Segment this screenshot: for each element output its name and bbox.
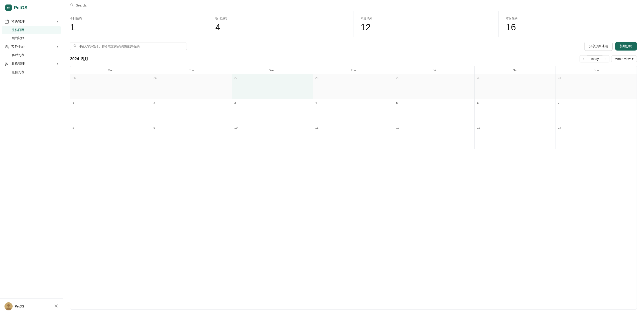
svg-point-7 — [7, 304, 10, 307]
calendar-grid: Mon Tue Wed Thu Fri Sat Sun 25 26 27 28 … — [70, 66, 637, 310]
calendar-search-input[interactable] — [78, 45, 184, 48]
prev-month-button[interactable]: ‹ — [580, 56, 586, 62]
stat-today-label: 今日預約 — [70, 16, 201, 20]
calendar-day-14[interactable]: 14 — [556, 124, 636, 149]
user-name: PetOS — [15, 304, 24, 308]
calendar-day-11[interactable]: 11 — [313, 124, 394, 149]
calendar-title: 2024 四月 — [70, 56, 88, 62]
calendar-day-26[interactable]: 26 — [151, 74, 232, 99]
calendar-day-2[interactable]: 2 — [151, 99, 232, 124]
calendar-icon — [4, 19, 9, 24]
users-icon — [4, 44, 9, 49]
calendar-toolbar: 分享預約連結 新增預約 — [70, 42, 637, 51]
sidebar-item-reservation-records[interactable]: 預約記錄 — [0, 34, 63, 42]
stat-week: 本週預約 12 — [354, 11, 499, 37]
view-label: Month view — [614, 57, 630, 61]
calendar-nav-right: ‹ Today › Month view ▾ — [580, 55, 637, 62]
day-header-mon: Mon — [70, 66, 151, 74]
search-icon-calendar — [74, 44, 76, 48]
calendar-day-25[interactable]: 25 — [70, 74, 151, 99]
nav-group-label-customers: 客戶中心 — [11, 45, 25, 49]
new-appointment-button[interactable]: 新增預約 — [615, 42, 637, 50]
calendar-day-3[interactable]: 3 — [232, 99, 313, 124]
calendar-actions: 分享預約連結 新增預約 — [584, 42, 637, 51]
svg-point-9 — [56, 305, 57, 306]
calendar-nav-row: 2024 四月 ‹ Today › Month view ▾ — [70, 55, 637, 62]
calendar-day-5[interactable]: 5 — [394, 99, 475, 124]
calendar-header: Mon Tue Wed Thu Fri Sat Sun — [70, 66, 636, 74]
app-name: PetOS — [14, 5, 28, 10]
calendar-body: 25 26 27 28 29 30 31 1 2 3 4 5 6 7 — [70, 74, 636, 149]
calendar-day-10[interactable]: 10 — [232, 124, 313, 149]
day-header-tue: Tue — [151, 66, 232, 74]
stat-today-value: 1 — [70, 23, 201, 32]
day-header-sat: Sat — [475, 66, 556, 74]
calendar-section: 分享預約連結 新增預約 2024 四月 ‹ Today › Month view… — [63, 37, 644, 314]
scissors-icon — [4, 62, 9, 66]
sidebar: PetOS 預約管理 ▾ 服務日曆 預約記錄 — [0, 0, 63, 314]
avatar — [4, 302, 12, 310]
logo-icon — [6, 4, 12, 11]
nav-group-reservations[interactable]: 預約管理 ▾ — [0, 17, 63, 26]
calendar-week-3: 8 9 10 11 12 13 14 — [70, 124, 636, 149]
stats-row: 今日預約 1 明日預約 4 本週預約 12 本月預約 16 — [63, 11, 644, 37]
sidebar-nav: 預約管理 ▾ 服務日曆 預約記錄 客戶中心 ▾ 客戶列表 — [0, 15, 63, 298]
stat-month: 本月預約 16 — [499, 11, 644, 37]
main-content: 今日預約 1 明日預約 4 本週預約 12 本月預約 16 — [63, 0, 644, 314]
stat-tomorrow-label: 明日預約 — [215, 16, 346, 20]
today-button[interactable]: Today — [587, 56, 602, 62]
calendar-day-1[interactable]: 1 — [70, 99, 151, 124]
nav-group-customers[interactable]: 客戶中心 ▾ — [0, 42, 63, 51]
nav-group-label-reservations: 預約管理 — [11, 20, 25, 24]
chevron-down-icon: ▾ — [57, 20, 58, 23]
calendar-week-1: 25 26 27 28 29 30 31 — [70, 74, 636, 99]
nav-group-label-services: 服務管理 — [11, 62, 25, 66]
nav-arrows: ‹ Today › — [580, 55, 610, 62]
topbar — [63, 0, 644, 11]
calendar-day-28[interactable]: 28 — [313, 74, 394, 99]
stat-week-value: 12 — [360, 23, 491, 32]
svg-point-3 — [7, 46, 8, 47]
svg-rect-0 — [6, 4, 12, 11]
share-link-button[interactable]: 分享預約連結 — [584, 42, 612, 51]
chevron-down-icon-customers: ▾ — [57, 45, 58, 48]
day-header-thu: Thu — [313, 66, 394, 74]
gear-icon[interactable] — [54, 304, 58, 309]
calendar-day-31[interactable]: 31 — [556, 74, 636, 99]
day-header-wed: Wed — [232, 66, 313, 74]
calendar-week-2: 1 2 3 4 5 6 7 — [70, 99, 636, 124]
stat-tomorrow-value: 4 — [215, 23, 346, 32]
sidebar-footer: PetOS — [0, 298, 63, 314]
chevron-down-icon-services: ▾ — [57, 62, 58, 65]
calendar-day-6[interactable]: 6 — [475, 99, 556, 124]
search-input[interactable] — [76, 4, 143, 7]
stat-month-value: 16 — [506, 23, 637, 32]
svg-rect-1 — [5, 20, 8, 23]
calendar-day-12[interactable]: 12 — [394, 124, 475, 149]
sidebar-item-service-list[interactable]: 服務列表 — [0, 68, 63, 76]
calendar-search-bar[interactable] — [70, 42, 187, 50]
day-header-fri: Fri — [394, 66, 475, 74]
svg-point-2 — [6, 45, 7, 47]
search-icon — [70, 3, 74, 8]
calendar-day-30[interactable]: 30 — [475, 74, 556, 99]
stat-week-label: 本週預約 — [360, 16, 491, 20]
chevron-down-icon-view: ▾ — [632, 57, 634, 61]
stat-tomorrow: 明日預約 4 — [208, 11, 354, 37]
view-selector-button[interactable]: Month view ▾ — [611, 56, 637, 62]
next-month-button[interactable]: › — [603, 56, 610, 62]
calendar-day-4[interactable]: 4 — [313, 99, 394, 124]
stat-today: 今日預約 1 — [63, 11, 208, 37]
sidebar-item-customer-list[interactable]: 客戶列表 — [0, 51, 63, 59]
calendar-day-8[interactable]: 8 — [70, 124, 151, 149]
calendar-day-13[interactable]: 13 — [475, 124, 556, 149]
nav-group-services[interactable]: 服務管理 ▾ — [0, 59, 63, 68]
calendar-day-29[interactable]: 29 — [394, 74, 475, 99]
calendar-day-7[interactable]: 7 — [556, 99, 636, 124]
sidebar-item-service-calendar[interactable]: 服務日曆 — [2, 26, 61, 34]
app-logo: PetOS — [0, 0, 63, 15]
sidebar-user: PetOS — [4, 302, 24, 310]
calendar-day-9[interactable]: 9 — [151, 124, 232, 149]
calendar-day-27[interactable]: 27 — [232, 74, 313, 99]
stat-month-label: 本月預約 — [506, 16, 637, 20]
